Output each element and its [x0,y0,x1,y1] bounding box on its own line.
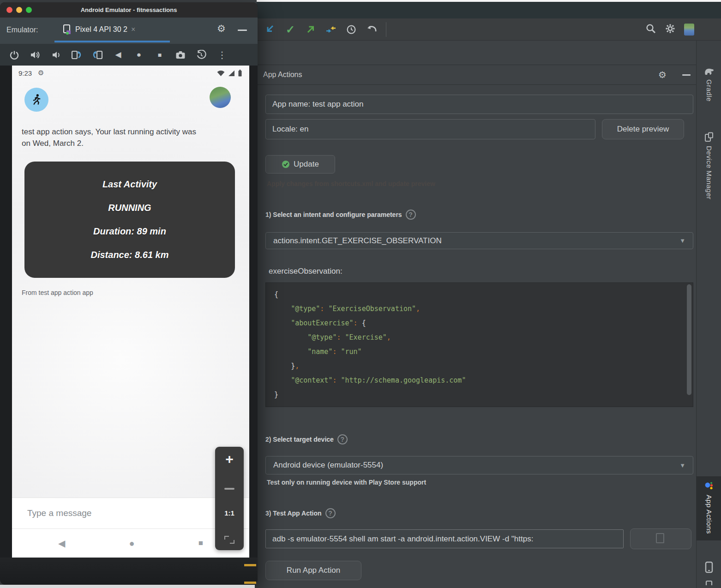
tab-close-icon[interactable]: × [131,25,135,34]
app-name-field[interactable]: App name: test app action [265,95,693,114]
active-tab-underline [54,41,170,42]
power-button[interactable] [6,48,23,62]
emulator-zoom-controls: + 1:1 [215,447,244,550]
card-line-activity: RUNNING [108,203,151,213]
rotate-right-icon [92,50,103,60]
apply-changes-icon [325,24,336,35]
vcs-update-button[interactable] [263,23,277,36]
section2-label: 2) Select target device ? [265,434,348,444]
volume-down-button[interactable] [47,48,65,62]
delete-preview-button[interactable]: Delete preview [602,119,684,139]
target-device-dropdown[interactable]: Android device (emulator-5554) ▼ [265,456,693,474]
code-scrollbar[interactable] [687,284,691,395]
search-everywhere-button[interactable] [645,23,656,36]
tab-pixel-4-api-30[interactable]: Pixel 4 API 30 2 × [62,24,135,35]
ide-settings-button[interactable] [665,23,676,36]
cell-signal-icon [228,70,235,77]
rotate-right-button[interactable] [89,48,106,62]
intent-dropdown[interactable]: actions.intent.GET_EXERCISE_OBSERVATION … [265,232,693,249]
snapshots-button[interactable] [192,48,210,62]
parameter-json-editor[interactable]: { "@type": "ExerciseObservation", "about… [265,282,693,407]
panel-gear-icon[interactable]: ⚙ [658,69,667,80]
rotate-left-button[interactable] [68,48,85,62]
emulator-window-title: Android Emulator - fitnessactions [0,2,258,18]
undo-icon [366,24,377,35]
tab-partial-bottom[interactable] [697,580,721,585]
section1-help-icon[interactable]: ? [406,210,416,220]
tab-running-devices[interactable] [697,561,721,573]
vcs-commit-button[interactable]: ✓ [283,23,297,36]
zoom-in-button[interactable]: + [225,452,234,466]
adb-command-field[interactable]: adb -s emulator-5554 shell am start -a a… [265,529,624,548]
nav-overview-button[interactable]: ■ [198,539,203,548]
status-clock: 9:23 [18,69,32,77]
overview-icon: ■ [158,51,162,59]
macos-zoom-button[interactable] [26,7,32,13]
nav-back-button[interactable]: ◀ [58,538,65,549]
apply-changes-button[interactable] [324,23,338,36]
user-profile-avatar[interactable] [684,24,694,36]
device-hint-text: Test only on running device with Play St… [267,479,426,486]
zoom-out-button[interactable] [224,488,234,490]
screenshot-button[interactable] [172,48,189,62]
zoom-one-to-one-button[interactable]: 1:1 [224,509,234,517]
emulator-title-bar[interactable]: Android Emulator - fitnessactions [0,2,258,18]
editor-warning-mark[interactable] [244,564,256,566]
phone-status-bar: 9:23 ⚙ [12,66,249,81]
emulator-label: Emulator: [6,26,38,34]
rotate-left-icon [71,50,82,60]
camera-icon [175,50,186,60]
section1-text: 1) Select an intent and configure parame… [265,211,402,218]
section3-help-icon[interactable]: ? [325,508,336,518]
panel-title: App Actions [263,71,302,79]
assistant-message-text: test app action says, Your last running … [22,126,202,149]
gear-icon [665,23,676,34]
assistant-icon [704,481,714,491]
emulator-settings-icon[interactable]: ⚙ [217,23,226,34]
tab-name: Pixel 4 API 30 2 [75,25,127,34]
copy-icon [658,535,664,543]
user-avatar [210,87,231,108]
emulator-hide-button[interactable] [238,30,247,31]
android-studio-window: ✓ App Actions ⚙ [257,0,721,588]
card-line-duration: Duration: 89 min [93,226,166,237]
history-button[interactable] [344,23,358,36]
activity-card: Last Activity RUNNING Duration: 89 min D… [24,162,235,278]
fit-to-window-button[interactable] [224,536,234,544]
tab-gradle[interactable]: Gradle [697,67,721,102]
arrow-up-right-icon [306,24,316,35]
partial-phone-icon [705,580,713,585]
copy-command-button[interactable] [630,528,691,549]
emu-overview-button[interactable]: ■ [151,48,168,62]
volume-up-icon [30,50,40,60]
emu-more-button[interactable]: ⋮ [213,48,231,62]
more-vertical-icon: ⋮ [217,49,227,60]
update-check-icon [282,160,290,168]
message-input-row[interactable]: Type a message [12,498,249,529]
tab-device-manager[interactable]: Device Manager [697,132,721,199]
macos-close-button[interactable] [6,7,12,13]
emu-back-button[interactable]: ◀ [109,48,127,62]
locale-field[interactable]: Locale: en [265,119,595,139]
panel-minimize-button[interactable] [682,74,691,76]
section3-text: 3) Test App Action [265,510,322,517]
battery-icon [238,70,242,77]
nav-home-button[interactable]: ● [129,538,135,549]
volume-up-button[interactable] [26,48,44,62]
rollback-button[interactable] [365,23,379,36]
run-app-action-button[interactable]: Run App Action [265,561,361,580]
tab-app-actions[interactable]: App Actions [697,476,721,540]
editor-warning-mark[interactable] [244,582,256,584]
section2-help-icon[interactable]: ? [337,434,348,444]
parameter-label: exerciseObservation: [269,267,342,276]
vcs-push-button[interactable] [304,23,318,36]
macos-minimize-button[interactable] [16,7,22,13]
chevron-down-icon: ▼ [679,462,685,469]
card-line-title: Last Activity [102,179,157,190]
phone-icon [705,561,713,573]
section2-text: 2) Select target device [265,436,334,443]
arrow-down-left-icon [265,24,275,35]
gradle-elephant-icon [704,67,714,76]
emu-home-button[interactable]: ● [130,48,148,62]
update-button[interactable]: Update [265,155,335,174]
